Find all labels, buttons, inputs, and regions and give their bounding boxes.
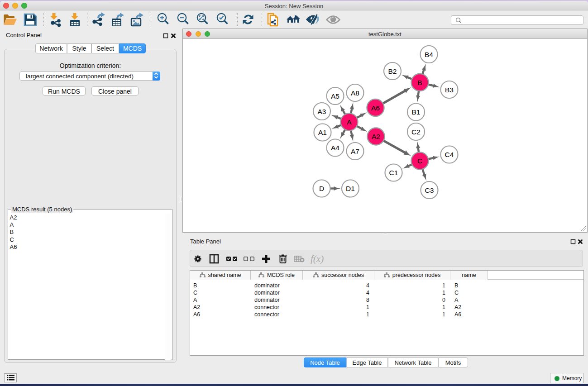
svg-text:C: C (417, 157, 422, 165)
svg-text:C1: C1 (389, 169, 398, 176)
svg-text:B3: B3 (445, 86, 454, 94)
svg-text:A: A (347, 118, 352, 126)
svg-text:A2: A2 (372, 133, 380, 140)
svg-text:B: B (417, 79, 422, 86)
svg-text:A7: A7 (351, 148, 359, 155)
svg-text:D1: D1 (346, 185, 355, 192)
svg-text:B2: B2 (388, 67, 397, 75)
svg-text:B4: B4 (425, 51, 433, 58)
svg-text:A4: A4 (331, 144, 339, 152)
svg-text:B1: B1 (412, 108, 421, 116)
svg-text:C4: C4 (445, 151, 454, 158)
svg-text:A5: A5 (331, 92, 339, 100)
svg-text:C3: C3 (425, 186, 434, 194)
svg-text:A6: A6 (371, 104, 380, 112)
svg-text:A3: A3 (318, 108, 326, 115)
svg-text:C2: C2 (411, 128, 421, 136)
svg-text:D: D (319, 185, 324, 192)
svg-text:A8: A8 (351, 89, 359, 97)
svg-text:A1: A1 (318, 129, 327, 136)
